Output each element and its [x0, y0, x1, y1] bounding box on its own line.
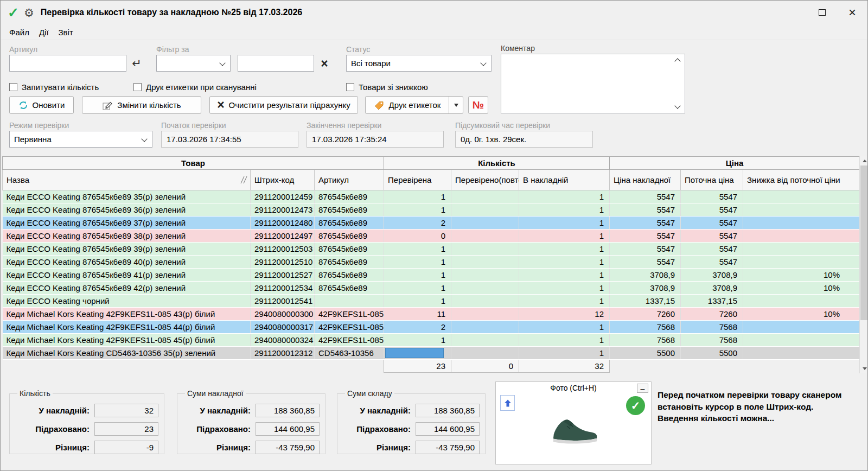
table-row[interactable]: Кеди Michael Kors Keating 42F9KEFS1L-085… [3, 334, 860, 347]
table-row[interactable]: Кеди ECCO Keating 876545к6е89 37(р) зеле… [3, 217, 860, 230]
cell-current-price: 7568 [681, 321, 743, 334]
scrollbar-down-button[interactable] [860, 364, 868, 373]
enter-article-button[interactable]: ↵ [129, 56, 144, 71]
print-labels-label: Друк етикеток [389, 100, 441, 110]
article-label: Артикул [9, 45, 37, 54]
table-row[interactable]: Кеди Michael Kors Keating 42F9KEFS1L-085… [3, 308, 860, 321]
cell-discount [743, 334, 860, 347]
price-tag-icon [374, 100, 385, 111]
close-button[interactable]: × [837, 1, 867, 24]
refresh-button[interactable]: Оновити [9, 96, 74, 114]
cell-checked: 1 [384, 256, 451, 269]
progress-bar [385, 348, 444, 358]
settings-gear-icon[interactable]: ⚙ [24, 7, 34, 18]
cell-in-invoice: 1 [519, 190, 610, 203]
checkbox-label: Товари зі знижкою [359, 82, 428, 92]
change-quantity-button[interactable]: Змінити кількість [82, 96, 201, 114]
column-header-in-invoice[interactable]: В накладній [519, 170, 610, 190]
summary-stock-sums-panel: Суми складу У накладній: 188 360,85 Підр… [337, 389, 486, 454]
photo-collapse-button[interactable]: – [637, 384, 648, 393]
refresh-label: Оновити [33, 100, 65, 110]
cell-article: 876545к6е89 [315, 203, 384, 217]
cell-name: Кеди Michael Kors Keating 42F9KEFS1L-085… [3, 334, 251, 347]
column-header-article[interactable]: Артикул [315, 170, 384, 190]
table-row[interactable]: Кеди ECCO Keating 876545к6е89 40(р) зеле… [3, 256, 860, 269]
group-header-product[interactable]: Товар [3, 157, 384, 170]
scrollbar-track[interactable] [860, 166, 868, 364]
clear-results-x-icon: × [217, 99, 224, 111]
table-row[interactable]: Кеди ECCO Keating 876545к6е89 38(р) зеле… [3, 230, 860, 243]
group-header-price[interactable]: Ціна [610, 157, 860, 170]
checkbox-label: Запитувати кількість [22, 82, 99, 92]
cell-in-invoice: 12 [519, 308, 610, 321]
status-select[interactable]: Всі товари [346, 55, 492, 72]
summary-label: Підраховано: [196, 424, 251, 434]
table-row[interactable]: Кеди ECCO Keating 876545к6е89 42(р) зеле… [3, 282, 860, 295]
cell-checked: 1 [384, 334, 451, 347]
table-row[interactable]: Кеди Michael Kors Keating 42F9KEFS1L-085… [3, 321, 860, 334]
cell-rechecked [451, 190, 519, 203]
cell-article: 876545к6е89 [315, 256, 384, 269]
table-row[interactable]: Кеди ECCO Keating 876545к6е89 41(р) зеле… [3, 269, 860, 282]
filter-value-input[interactable] [238, 55, 314, 72]
checkbox-print-label-on-scan[interactable]: Друк етикетки при скануванні [133, 82, 257, 92]
photo-upload-button[interactable] [500, 395, 515, 411]
column-header-checked[interactable]: Перевірена [384, 170, 451, 190]
comment-box[interactable] [501, 54, 685, 113]
table-row[interactable]: Кеди ECCO Keating 876545к6е89 39(р) зеле… [3, 243, 860, 256]
scrollbar-thumb[interactable] [860, 166, 868, 320]
cell-in-invoice: 1 [519, 203, 610, 217]
summary-row: Різниця: -9 [14, 441, 158, 454]
filter-by-select[interactable] [156, 55, 231, 72]
column-header-name[interactable]: Назва [3, 170, 251, 190]
sort-icon[interactable] [239, 175, 247, 186]
column-header-barcode[interactable]: Штрих-код [251, 170, 315, 190]
clear-filter-button[interactable]: × [317, 56, 332, 71]
scrollbar-up-button[interactable] [860, 156, 868, 166]
menu-file[interactable]: Файл [4, 26, 34, 39]
cell-discount [743, 243, 860, 256]
column-header-current-price[interactable]: Поточна ціна [681, 170, 743, 190]
maximize-button[interactable] [807, 1, 837, 24]
comment-textarea[interactable] [501, 54, 685, 113]
cell-barcode: 2911200012312 [251, 347, 315, 360]
checkbox-discounted-goods[interactable]: Товари зі знижкою [346, 82, 428, 92]
print-labels-button[interactable]: Друк етикеток [365, 96, 449, 114]
cell-article: 876545к6е89 [315, 230, 384, 243]
cell-checked: 2 [384, 321, 451, 334]
total-checked: 23 [384, 360, 451, 373]
menu-report[interactable]: Звіт [54, 26, 78, 39]
numero-button[interactable]: № [468, 96, 488, 114]
table-row[interactable]: Кеди Michael Kors Keating CD5463-10356 3… [3, 347, 860, 360]
column-header-discount[interactable]: Знижка від поточної ціни [743, 170, 860, 190]
table-row[interactable]: Кеди ECCO Keating чорний2911200012541111… [3, 295, 860, 308]
menu-actions[interactable]: Дії [34, 26, 54, 39]
checkbox-ask-quantity[interactable]: Запитувати кількість [9, 82, 99, 92]
summary-row: Різниця: -43 759,90 [342, 441, 480, 454]
table-row[interactable]: Кеди ECCO Keating 876545к6е89 36(р) зеле… [3, 203, 860, 217]
cell-invoice-price: 5547 [610, 203, 681, 217]
products-table: Товар Кількість Ціна Назва Штрих-код Арт… [2, 156, 860, 373]
summary-label: Різниця: [55, 443, 90, 452]
article-input[interactable] [9, 55, 126, 72]
cell-rechecked [451, 203, 519, 217]
group-header-quantity[interactable]: Кількість [384, 157, 610, 170]
scroll-up-icon [863, 160, 867, 162]
summary-label: Підраховано: [356, 424, 411, 434]
cell-rechecked [451, 308, 519, 321]
column-header-invoice-price[interactable]: Ціна накладної [610, 170, 681, 190]
cell-current-price: 3708,9 [681, 269, 743, 282]
column-header-rechecked[interactable]: Перевірено(повторн [451, 170, 519, 190]
print-labels-dropdown-button[interactable] [449, 96, 463, 114]
table-vertical-scrollbar[interactable] [859, 156, 868, 373]
summary-value: 32 [94, 404, 158, 417]
check-mode-select[interactable]: Первинна [9, 131, 152, 148]
cell-barcode: 2911200012473 [251, 203, 315, 217]
table-row[interactable]: Кеди ECCO Keating 876545к6е89 35(р) зеле… [3, 190, 860, 203]
status-value: Всі товари [351, 59, 391, 68]
summary-invoice-sums-panel: Суми накладної У накладній: 188 360,85 П… [177, 389, 326, 454]
clear-results-button[interactable]: × Очистити результати підрахунку [209, 96, 358, 114]
summary-row: Підраховано: 144 600,95 [182, 422, 320, 436]
cell-checked [384, 347, 451, 360]
cell-rechecked [451, 282, 519, 295]
